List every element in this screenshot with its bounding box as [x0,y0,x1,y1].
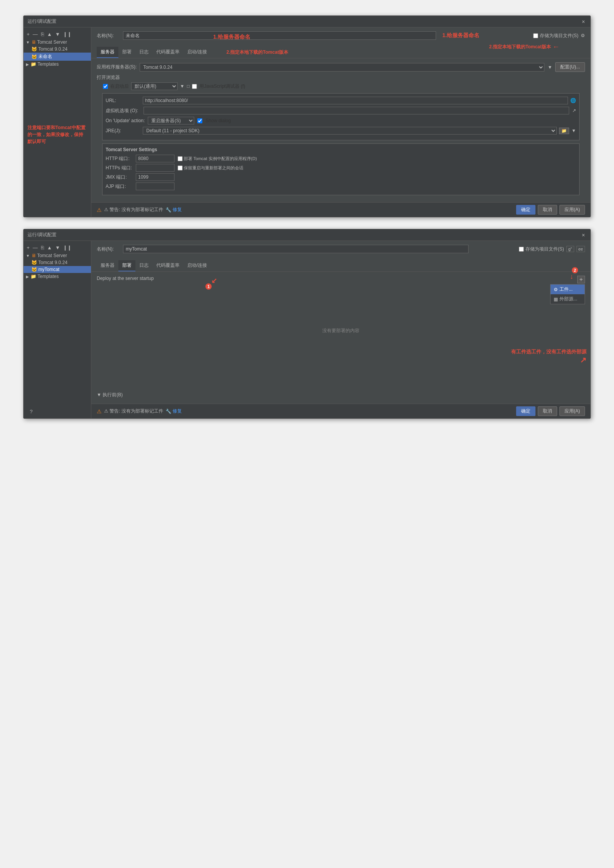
d2-save-checkbox[interactable] [519,247,524,252]
tree-unnamed-label: 未命名 [38,53,52,60]
js-debug-checkbox[interactable] [192,84,197,89]
url-icon[interactable]: 🌐 [570,98,576,103]
d2-copy-btn[interactable]: ⎘ [40,244,45,251]
d2-fix-btn[interactable]: 🔧 修复 [166,408,182,414]
d2-tree-mytomcat[interactable]: 🐱 myTomcat [24,266,91,273]
remove-btn[interactable]: — [32,31,39,38]
dialog1-footer: ⚠ ⚠ 警告: 没有为部署标记工件 🔧 修复 确定 取消 应用(A) [91,202,590,217]
dropdown-artifact-item[interactable]: ⚙ 工件... [551,285,585,294]
d2-help-btn[interactable]: ? [27,409,35,414]
annotation-left: 注意端口要和Tomcat中配置的一致，如果没修改，保持默认即可 [27,124,87,145]
tab-log[interactable]: 日志 [135,47,152,58]
cancel-btn[interactable]: 取消 [538,205,557,215]
deploy-tomcat-checkbox[interactable] [178,156,183,161]
jmx-input[interactable] [136,173,174,181]
tab-log-label: 日志 [139,49,149,55]
d2-tab-coverage[interactable]: 代码覆盖率 [152,260,183,271]
jre-row: JRE(J): Default (11 - project SDK) 📁 ▼ [106,127,576,135]
d2-tab-server[interactable]: 服务器 [97,260,118,271]
preserve-sessions-checkbox[interactable] [178,165,183,171]
dialog2-titlebar: 运行/调试配置 × [24,229,590,241]
down-btn[interactable]: ▼ [54,31,61,38]
appserver-row: 应用程序服务器(S): Tomcat 9.0.24 ▼ 配置(U)... [97,62,585,72]
d2-tab-deploy[interactable]: 部署 [118,260,135,271]
dialog2-left-panel: + — ⎘ ▲ ▼ ❙❙ ▼ 🖥 Tomcat Server 🐱 Tomcat … [24,241,91,418]
dialog1-close-btn[interactable]: × [580,19,587,25]
deploy-add-btn[interactable]: + [577,276,585,283]
add-btn[interactable]: + [26,31,31,38]
save-checkbox-label[interactable]: 存储为项目文件(S) [533,32,578,39]
d2-ok-btn[interactable]: 确定 [516,406,535,416]
url-row: URL: 🌐 [106,97,576,104]
jre-browse-btn[interactable]: 📁 [559,128,569,134]
copy-btn[interactable]: ⎘ [40,31,45,38]
tab-deploy[interactable]: 部署 [118,47,135,58]
d2-tree-templates-label: Templates [38,274,59,279]
d2-name-input[interactable] [123,245,469,253]
deploy-tomcat-label[interactable]: 部署 Tomcat 实例中配置的应用程序(D) [178,156,257,162]
fix-btn[interactable]: 🔧 修复 [166,206,182,213]
open-on-launch-checkbox[interactable] [103,84,108,89]
save-checkbox[interactable] [533,33,538,38]
apply-btn[interactable]: 应用(A) [559,205,585,215]
https-label: HTTPs 端口: [106,165,133,171]
vm-options-input[interactable] [144,107,569,114]
tabs-row: 服务器 部署 日志 代码覆盖率 启动/连接 2.指定本地下载的Tomcat版本 [91,47,590,58]
d2-cancel-btn[interactable]: 取消 [538,406,557,416]
d2-add-btn[interactable]: + [26,244,31,251]
ajp-input[interactable] [136,182,174,190]
tab-startup[interactable]: 启动/连接 [183,47,211,58]
dropdown-external-item[interactable]: ▦ 外部源... [551,294,585,304]
annotation-num1: ↙ [211,276,217,285]
d2-apply-btn[interactable]: 应用(A) [559,406,585,416]
d2-tree-tomcat-server[interactable]: ▼ 🖥 Tomcat Server [24,252,91,259]
appserver-label: 应用程序服务器(S): [97,64,137,70]
d2-save-checkbox-label[interactable]: 存储为项目文件(S) [519,246,564,252]
d2-more-btn[interactable]: ❙❙ [62,244,72,251]
d2-tree-templates[interactable]: ▶ 📁 Templates [24,273,91,280]
d2-tree-tomcat-9024[interactable]: 🐱 Tomcat 9.0.24 [24,259,91,266]
d2-tab-startup[interactable]: 启动/连接 [183,260,211,271]
appserver-select[interactable]: Tomcat 9.0.24 [140,63,544,72]
tree-tomcat-9024[interactable]: 🐱 Tomcat 9.0.24 [24,46,91,53]
tab-server[interactable]: 服务器 [97,47,118,58]
configure-btn[interactable]: 配置(U)... [555,62,585,72]
d2-exec-label[interactable]: ▼ 执行前(B) [97,392,585,398]
tree-tomcat-server[interactable]: ▼ 🖥 Tomcat Server [24,39,91,46]
expand-icon[interactable]: ↗ [572,108,576,113]
dialog1-titlebar: 运行/调试配置 × [24,16,590,27]
browser-select[interactable]: 默认(通用) [131,82,178,90]
save-gear-icon[interactable]: ⚙ [581,33,585,38]
tree-unnamed[interactable]: 🐱 未命名 [24,53,91,61]
warning-icon: ⚠ [97,207,102,213]
d2-up-btn[interactable]: ▲ [46,244,53,251]
dialog2-close-btn[interactable]: × [580,232,587,238]
annotation-badge1: 1 [205,283,212,290]
tab-coverage[interactable]: 代码覆盖率 [152,47,183,58]
folder-icon: 📁 [31,61,36,67]
tree-templates[interactable]: ▶ 📁 Templates [24,61,91,68]
d2-tab-startup-label: 启动/连接 [187,263,207,268]
ok-btn[interactable]: 确定 [516,205,535,215]
browser-row: 在启动后 默认(通用) ▼ □ 用JavaScript调试器 (f) [97,82,585,90]
footer-left: ⚠ ⚠ 警告: 没有为部署标记工件 🔧 修复 [97,206,182,213]
http-port-row: HTTP 端口: 部署 Tomcat 实例中配置的应用程序(D) [106,155,576,162]
on-update-select[interactable]: 重启服务器(S) [148,117,194,124]
url-input[interactable] [143,97,568,104]
preserve-sessions-label[interactable]: 保留重启与重新部署之间的会话 [178,165,243,171]
http-input[interactable] [136,155,174,162]
name-input[interactable] [123,31,436,40]
jre-select[interactable]: Default (11 - project SDK) [143,127,557,135]
d2-letter-icon: g" [566,246,574,252]
up-btn[interactable]: ▲ [46,31,53,38]
https-input[interactable] [136,164,174,172]
d2-remove-btn[interactable]: — [32,244,39,251]
d2-save-checkbox-text: 存储为项目文件(S) [525,246,564,252]
d2-tab-log[interactable]: 日志 [135,260,152,271]
d2-tab-server-label: 服务器 [101,263,115,268]
show-dialog-checkbox[interactable] [197,118,202,123]
server-tab-content: 应用程序服务器(S): Tomcat 9.0.24 ▼ 配置(U)... 打开浏… [91,58,590,202]
more-btn[interactable]: ❙❙ [62,31,72,38]
dialog2: 运行/调试配置 × + — ⎘ ▲ ▼ ❙❙ ▼ 🖥 Tomcat Server… [23,229,591,419]
d2-down-btn[interactable]: ▼ [54,244,61,251]
